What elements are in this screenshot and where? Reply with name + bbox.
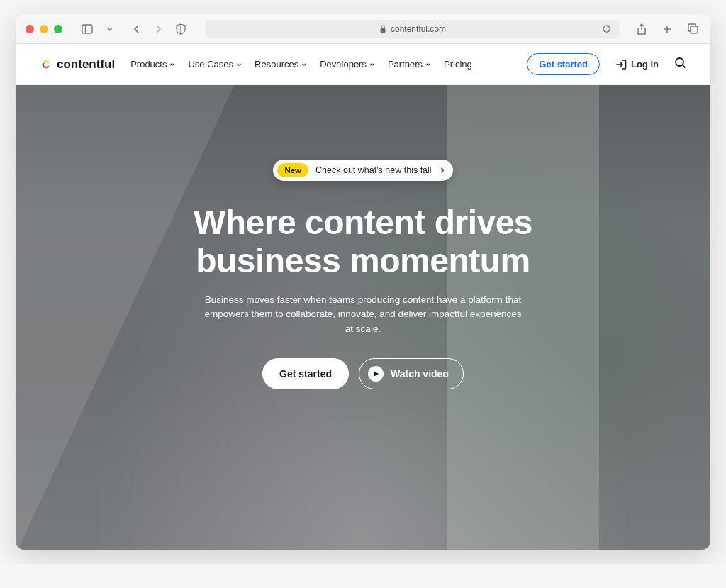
chevron-down-icon — [425, 62, 431, 67]
close-window-button[interactable] — [26, 25, 34, 33]
logo-mark-icon — [40, 58, 52, 71]
svg-point-8 — [676, 58, 683, 66]
announcement-text: Check out what's new this fall — [315, 165, 432, 175]
chevron-right-icon — [439, 167, 446, 174]
nav-partners[interactable]: Partners — [388, 59, 431, 70]
watch-video-button[interactable]: Watch video — [359, 358, 464, 389]
login-link[interactable]: Log in — [615, 59, 659, 70]
svg-rect-0 — [82, 25, 92, 33]
chevron-down-icon — [369, 62, 375, 67]
lock-icon — [379, 25, 386, 33]
hero-ctas: Get started Watch video — [262, 358, 464, 389]
url-text: contentful.com — [391, 24, 446, 34]
chevron-down-icon — [169, 62, 175, 67]
shield-icon[interactable] — [173, 21, 189, 37]
browser-chrome: contentful.com — [16, 14, 710, 44]
chevron-down-icon[interactable] — [102, 21, 118, 37]
nav-products[interactable]: Products — [130, 59, 175, 70]
new-tab-icon[interactable] — [659, 21, 675, 37]
tabs-icon[interactable] — [685, 21, 700, 37]
chevron-down-icon — [301, 62, 307, 67]
search-icon[interactable] — [674, 57, 686, 72]
refresh-icon[interactable] — [598, 21, 614, 37]
svg-line-9 — [683, 65, 686, 68]
nav-use-cases[interactable]: Use Cases — [188, 59, 242, 70]
svg-rect-3 — [380, 28, 385, 33]
hero-subtitle: Business moves faster when teams produci… — [200, 293, 526, 338]
play-icon — [368, 366, 384, 382]
primary-nav: Products Use Cases Resources Developers … — [130, 59, 472, 70]
sidebar-toggle-icon[interactable] — [79, 21, 95, 37]
share-icon[interactable] — [634, 21, 649, 37]
announcement-pill[interactable]: New Check out what's new this fall — [273, 160, 452, 181]
nav-pricing[interactable]: Pricing — [444, 59, 472, 70]
hero-section: New Check out what's new this fall Where… — [16, 85, 710, 550]
window-controls — [26, 25, 62, 33]
logo[interactable]: contentful — [40, 57, 115, 72]
minimize-window-button[interactable] — [40, 25, 48, 33]
back-button[interactable] — [129, 21, 145, 37]
svg-rect-6 — [691, 26, 698, 33]
forward-button[interactable] — [150, 21, 166, 37]
nav-resources[interactable]: Resources — [255, 59, 307, 70]
hero-get-started-button[interactable]: Get started — [262, 358, 349, 389]
get-started-button[interactable]: Get started — [527, 53, 600, 75]
chevron-down-icon — [236, 62, 242, 67]
hero-title: Where content drives business momentum — [194, 204, 532, 280]
site-header: contentful Products Use Cases Resources … — [16, 44, 710, 85]
nav-developers[interactable]: Developers — [320, 59, 375, 70]
browser-window: contentful.com contentful — [16, 14, 710, 550]
maximize-window-button[interactable] — [54, 25, 62, 33]
logo-text: contentful — [57, 57, 115, 72]
address-bar[interactable]: contentful.com — [206, 20, 620, 38]
new-badge: New — [277, 163, 308, 177]
login-icon — [615, 59, 627, 70]
